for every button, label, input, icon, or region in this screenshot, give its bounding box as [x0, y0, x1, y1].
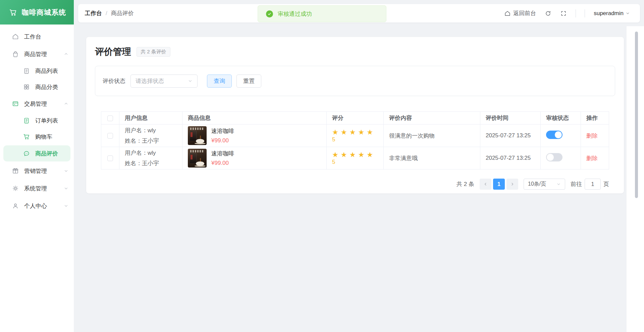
sidebar-item-label: 个人中心: [24, 202, 47, 210]
divider: [585, 9, 585, 17]
table-row: 用户名：wly 姓名：王小宇 速溶咖啡 ¥99.00: [101, 125, 609, 147]
document-icon: [23, 117, 30, 124]
product-image: [188, 126, 207, 145]
review-count-badge: 共 2 条评价: [137, 47, 170, 57]
review-table: 用户信息 商品信息 评分 评价内容 评价时间 审核状态 操作 用户名：wly 姓…: [101, 111, 609, 170]
chevron-down-icon: [556, 182, 561, 186]
chevron-down-icon: [188, 79, 193, 83]
audit-status-toggle[interactable]: [546, 153, 562, 161]
next-page-button[interactable]: [506, 179, 518, 190]
page-title: 评价管理: [95, 46, 131, 58]
chat-bubble-icon: [23, 150, 30, 157]
gear-icon: [12, 185, 19, 192]
sidebar-item-workbench[interactable]: 工作台: [0, 28, 74, 45]
username: superadmin: [594, 10, 624, 17]
sidebar-item-label: 交易管理: [24, 100, 47, 108]
product-cell: 速溶咖啡 ¥99.00: [188, 126, 321, 145]
row-checkbox[interactable]: [107, 155, 113, 161]
title-row: 评价管理 共 2 条评价: [95, 46, 615, 58]
app-title: 咖啡商城系统: [22, 8, 66, 17]
back-to-front-button[interactable]: 返回前台: [504, 9, 536, 17]
sidebar-item-personal-center[interactable]: 个人中心: [0, 197, 74, 215]
chevron-up-icon: [64, 52, 68, 56]
col-actions: 操作: [581, 112, 609, 125]
realname-text: 姓名：王小宇: [125, 158, 177, 169]
review-management-card: 评价管理 共 2 条评价 评价状态 请选择状态 查询 重置 用户信息 商品信息 …: [86, 37, 624, 193]
audit-status-toggle[interactable]: [546, 131, 562, 139]
table-row: 用户名：wly 姓名：王小宇 速溶咖啡 ¥99.00: [101, 147, 609, 170]
pagination: 共 2 条 1 10条/页 前往 页: [101, 179, 609, 190]
sidebar-item-label: 工作台: [24, 33, 41, 41]
col-content: 评价内容: [384, 112, 480, 125]
page-1-button[interactable]: 1: [493, 179, 505, 190]
page-unit-label: 页: [603, 180, 609, 188]
username-text: 用户名：wly: [125, 148, 177, 158]
chevron-down-icon: [64, 203, 68, 208]
rating-number: 5: [332, 136, 335, 143]
sidebar-item-system-mgmt[interactable]: 系统管理: [0, 180, 74, 197]
select-all-checkbox[interactable]: [107, 115, 113, 121]
pager: 1: [480, 179, 518, 190]
sidebar-item-cart[interactable]: 购物车: [0, 129, 74, 145]
query-button[interactable]: 查询: [207, 75, 232, 88]
sidebar-item-label: 系统管理: [24, 185, 47, 192]
sidebar-item-order-list[interactable]: 订单列表: [0, 112, 74, 129]
app-logo: 咖啡商城系统: [0, 0, 74, 25]
col-product-info: 商品信息: [182, 112, 327, 125]
breadcrumb-workbench[interactable]: 工作台: [85, 9, 102, 17]
sidebar-item-product-mgmt[interactable]: 商品管理: [0, 45, 74, 63]
toast-message: 审核通过成功: [278, 10, 312, 18]
goto-label: 前往: [571, 180, 582, 188]
header-actions: 返回前台 superadmin: [504, 9, 630, 17]
goto-page-input[interactable]: [585, 179, 601, 190]
sidebar-item-product-review[interactable]: 商品评价: [3, 145, 70, 161]
refresh-icon[interactable]: [545, 10, 551, 17]
home-icon: [504, 10, 511, 17]
cart-icon: [23, 133, 30, 140]
grid-icon: [23, 83, 30, 91]
col-time: 评价时间: [480, 112, 541, 125]
user-menu[interactable]: superadmin: [594, 10, 630, 17]
table-header-row: 用户信息 商品信息 评分 评价内容 评价时间 审核状态 操作: [101, 112, 609, 125]
user-icon: [12, 202, 19, 209]
back-to-front-label: 返回前台: [513, 9, 536, 17]
product-name: 速溶咖啡: [211, 150, 234, 157]
sidebar-item-product-category[interactable]: 商品分类: [0, 79, 74, 95]
fullscreen-icon[interactable]: [560, 10, 567, 17]
sidebar-item-marketing-mgmt[interactable]: 营销管理: [0, 162, 74, 180]
pagination-total: 共 2 条: [457, 180, 474, 188]
sidebar-item-trade-mgmt[interactable]: 交易管理: [0, 95, 74, 112]
realname-text: 姓名：王小宇: [125, 136, 177, 146]
breadcrumb: 工作台 / 商品评价: [85, 9, 134, 17]
success-toast: 审核通过成功: [258, 5, 386, 22]
page-size-value: 10条/页: [528, 181, 546, 188]
col-rating: 评分: [327, 112, 384, 125]
status-filter-label: 评价状态: [103, 77, 125, 85]
prev-page-button[interactable]: [480, 179, 491, 190]
product-price: ¥99.00: [211, 160, 234, 167]
rating-number: 5: [332, 159, 335, 165]
gift-icon: [12, 167, 19, 175]
scrollbar-thumb[interactable]: [635, 32, 638, 198]
cart-logo-icon: [9, 8, 17, 17]
review-content: 非常满意哦: [384, 147, 480, 170]
sidebar-item-label: 商品列表: [35, 67, 58, 75]
sidebar-item-product-list[interactable]: 商品列表: [0, 63, 74, 79]
page-size-select[interactable]: 10条/页: [524, 179, 565, 190]
review-time: 2025-07-27 13:25: [480, 125, 541, 147]
sidebar-item-label: 商品分类: [35, 83, 58, 91]
review-time: 2025-07-27 13:25: [480, 147, 541, 170]
row-checkbox[interactable]: [107, 133, 113, 139]
filter-panel: 评价状态 请选择状态 查询 重置: [95, 66, 615, 96]
status-select[interactable]: 请选择状态: [130, 75, 198, 88]
review-content: 很满意的一次购物: [384, 125, 480, 147]
success-check-icon: [266, 10, 273, 17]
username-text: 用户名：wly: [125, 125, 177, 136]
sidebar-menu: 工作台 商品管理 商品列表 商品分类: [0, 25, 74, 215]
reset-button[interactable]: 重置: [236, 75, 261, 88]
breadcrumb-separator: /: [106, 10, 107, 17]
delete-button[interactable]: 删除: [586, 133, 598, 139]
star-rating: ★★★★★: [332, 128, 375, 136]
bank-card-icon: [12, 100, 19, 107]
delete-button[interactable]: 删除: [586, 155, 598, 161]
